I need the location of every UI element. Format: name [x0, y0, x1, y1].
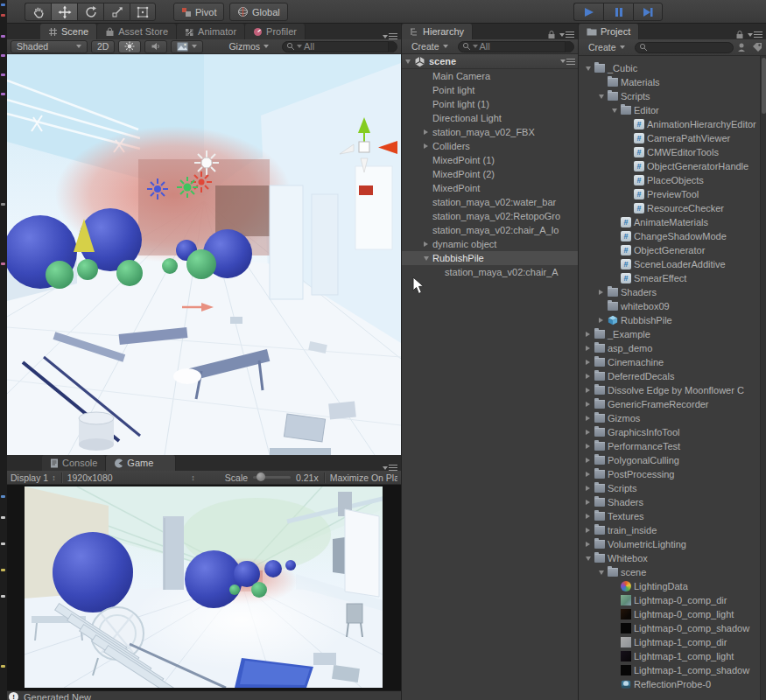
- hand-tool-button[interactable]: [25, 3, 51, 21]
- project-item[interactable]: Lightmap-0_comp_dir: [579, 593, 761, 607]
- project-create-dropdown[interactable]: Create: [582, 41, 631, 54]
- hierarchy-search-field[interactable]: All: [458, 41, 574, 52]
- expand-arrow-icon[interactable]: [586, 528, 590, 533]
- project-scrollbar[interactable]: [760, 56, 766, 700]
- status-bar[interactable]: ! Generated New: [7, 690, 401, 700]
- expand-arrow-icon[interactable]: [586, 402, 590, 407]
- collapse-arrow-icon[interactable]: [599, 94, 604, 99]
- collapse-arrow-icon[interactable]: [424, 256, 429, 261]
- project-item[interactable]: GraphicsInfoTool: [579, 425, 761, 439]
- project-item[interactable]: AnimationHierarchyEditor: [579, 117, 761, 131]
- scene-audio-toggle[interactable]: [144, 40, 167, 53]
- project-item[interactable]: PerformanceTest: [579, 439, 761, 453]
- hierarchy-item[interactable]: station_maya_v02:chair_A_lo: [402, 223, 579, 237]
- project-item[interactable]: CameraPathViewer: [579, 131, 761, 145]
- hierarchy-item[interactable]: MixedPoint: [402, 181, 579, 195]
- play-button[interactable]: [573, 3, 603, 21]
- scale-slider[interactable]: [253, 476, 291, 479]
- step-button[interactable]: [633, 3, 663, 21]
- tab-game[interactable]: Game: [106, 455, 176, 471]
- resolution-dropdown[interactable]: 1920x1080 ↕: [67, 472, 195, 483]
- expand-arrow-icon[interactable]: [424, 242, 428, 247]
- tab-hierarchy[interactable]: Hierarchy: [402, 24, 473, 39]
- project-item[interactable]: SmearEffect: [579, 271, 761, 285]
- game-panel-menu-icon[interactable]: [383, 465, 397, 471]
- project-item[interactable]: _Cubic: [579, 61, 761, 75]
- hierarchy-item[interactable]: Main Camera: [402, 69, 579, 83]
- maximize-on-play-button[interactable]: Maximize On Pla: [330, 472, 397, 483]
- hierarchy-item[interactable]: dynamic object: [402, 237, 579, 251]
- project-search-field[interactable]: [635, 42, 734, 53]
- scale-tool-button[interactable]: [103, 3, 130, 21]
- project-item[interactable]: Lightmap-0_comp_shadow: [579, 621, 761, 635]
- tab-animator[interactable]: Animator: [177, 24, 245, 39]
- collapse-arrow-icon[interactable]: [586, 556, 591, 561]
- tab-scene[interactable]: Scene: [40, 24, 97, 39]
- scene-panel-menu-icon[interactable]: [383, 33, 397, 39]
- hierarchy-item[interactable]: MixedPoint (1): [402, 153, 579, 167]
- hierarchy-item[interactable]: Directional Light: [402, 111, 579, 125]
- collapse-arrow-icon[interactable]: [612, 108, 617, 113]
- project-menu-icon[interactable]: [748, 32, 762, 38]
- project-item[interactable]: Materials: [579, 75, 761, 89]
- draw-mode-dropdown[interactable]: Shaded: [11, 40, 88, 53]
- project-item[interactable]: AnimateMaterials: [579, 215, 761, 229]
- expand-arrow-icon[interactable]: [586, 346, 590, 351]
- pause-button[interactable]: [603, 3, 633, 21]
- expand-arrow-icon[interactable]: [586, 444, 590, 449]
- global-toggle-button[interactable]: Global: [229, 3, 288, 21]
- hierarchy-scene-header[interactable]: scene: [402, 54, 579, 69]
- expand-arrow-icon[interactable]: [424, 144, 428, 149]
- expand-arrow-icon[interactable]: [586, 472, 590, 477]
- project-item[interactable]: ObjectGenerator: [579, 243, 761, 257]
- project-item[interactable]: PolygonalCulling: [579, 453, 761, 467]
- project-item[interactable]: Scripts: [579, 481, 761, 495]
- expand-arrow-icon[interactable]: [586, 374, 590, 379]
- move-tool-button[interactable]: [51, 3, 77, 21]
- expand-arrow-icon[interactable]: [599, 318, 603, 323]
- collapse-arrow-icon[interactable]: [586, 66, 591, 71]
- tab-project[interactable]: Project: [579, 24, 639, 39]
- project-item[interactable]: scene: [579, 565, 761, 579]
- tab-console[interactable]: Console: [42, 455, 106, 471]
- lock-icon[interactable]: [547, 30, 556, 39]
- hierarchy-item[interactable]: station_maya_v02_FBX: [402, 125, 579, 139]
- project-item[interactable]: Gizmos: [579, 411, 761, 425]
- project-item[interactable]: GenericFrameRecorder: [579, 397, 761, 411]
- project-scrollbar-thumb[interactable]: [762, 58, 766, 114]
- expand-arrow-icon[interactable]: [586, 388, 590, 393]
- project-item[interactable]: Shaders: [579, 285, 761, 299]
- expand-arrow-icon[interactable]: [586, 486, 590, 491]
- expand-arrow-icon[interactable]: [405, 60, 411, 64]
- project-item[interactable]: _Example: [579, 327, 761, 341]
- collapse-arrow-icon[interactable]: [599, 570, 604, 575]
- expand-arrow-icon[interactable]: [586, 514, 590, 519]
- gizmos-dropdown[interactable]: Gizmos: [222, 40, 275, 53]
- display-dropdown[interactable]: Display 1 ↕: [11, 472, 56, 483]
- project-item[interactable]: VolumetricLighting: [579, 537, 761, 551]
- expand-arrow-icon[interactable]: [586, 542, 590, 547]
- project-item[interactable]: ChangeShadowMode: [579, 229, 761, 243]
- expand-arrow-icon[interactable]: [599, 290, 603, 295]
- expand-arrow-icon[interactable]: [586, 430, 590, 435]
- rotate-tool-button[interactable]: [77, 3, 103, 21]
- hierarchy-item[interactable]: Point light (1): [402, 97, 579, 111]
- project-item[interactable]: Cinemachine: [579, 355, 761, 369]
- project-item[interactable]: asp_demo: [579, 341, 761, 355]
- project-item[interactable]: train_inside: [579, 523, 761, 537]
- expand-arrow-icon[interactable]: [586, 500, 590, 505]
- expand-arrow-icon[interactable]: [586, 360, 590, 365]
- project-item[interactable]: Editor: [579, 103, 761, 117]
- project-item[interactable]: CMWEditorTools: [579, 145, 761, 159]
- project-item[interactable]: whitebox09: [579, 299, 761, 313]
- project-item[interactable]: PlaceObjects: [579, 173, 761, 187]
- project-item[interactable]: LightingData: [579, 579, 761, 593]
- project-item[interactable]: Lightmap-1_comp_light: [579, 649, 761, 663]
- project-item[interactable]: ReflectionProbe-0: [579, 677, 761, 691]
- scene-viewport[interactable]: [7, 54, 401, 455]
- expand-arrow-icon[interactable]: [424, 130, 428, 135]
- project-item[interactable]: Textures: [579, 509, 761, 523]
- project-item[interactable]: ResourceChecker: [579, 201, 761, 215]
- project-item[interactable]: PostProcessing: [579, 467, 761, 481]
- rect-tool-button[interactable]: [130, 3, 156, 21]
